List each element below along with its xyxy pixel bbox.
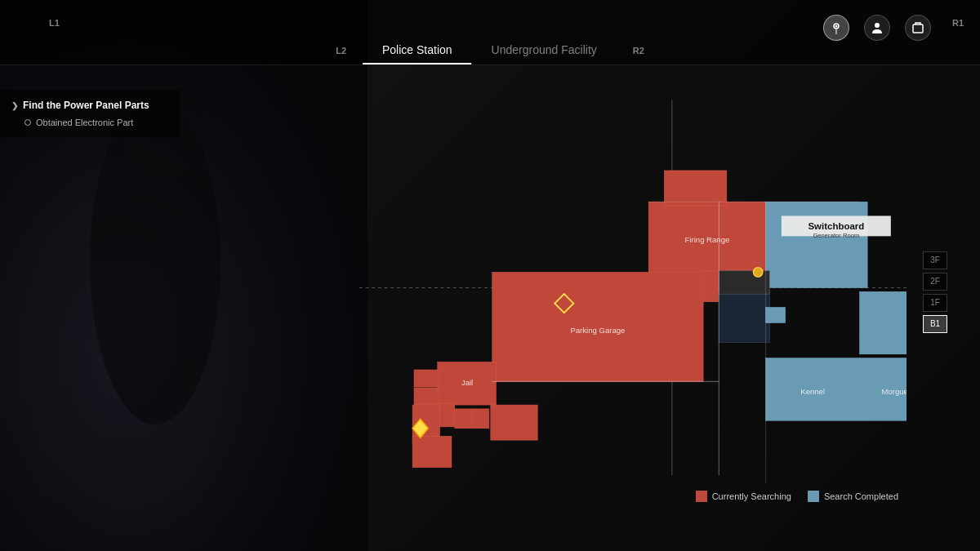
switchboard-room: [766, 202, 867, 287]
map-container: 3F 2F 1F B1 .red { fill: #c0483a; stroke…: [351, 73, 947, 510]
top-hud: L1 R1 L2 Police Station Undergroun: [0, 0, 980, 65]
l2-button[interactable]: L2: [336, 46, 346, 56]
kennel-label: Kennel: [800, 387, 825, 396]
svg-rect-14: [412, 436, 452, 467]
morgue-label: Morgue: [881, 387, 906, 396]
floor-b1-button[interactable]: B1: [923, 315, 947, 333]
svg-rect-12: [455, 409, 472, 429]
svg-rect-9: [414, 370, 439, 387]
firing-range-ext: [664, 171, 727, 206]
hud-icon-group: [823, 15, 931, 41]
legend-currently-searching: Currently Searching: [696, 491, 791, 502]
parking-garage-label: Parking Garage: [570, 326, 625, 335]
legend-currently-searching-label: Currently Searching: [712, 491, 791, 501]
svg-rect-13: [472, 409, 489, 429]
item-point-icon: [753, 268, 762, 277]
svg-point-5: [875, 23, 880, 28]
legend-red-color: [696, 491, 707, 502]
objective-sub-item: Obtained Electronic Part: [11, 118, 168, 127]
svg-rect-10: [414, 388, 439, 405]
objectives-panel: Find the Power Panel Parts Obtained Elec…: [0, 90, 180, 137]
map-icon-button[interactable]: [823, 15, 849, 41]
objective-sub-text: Obtained Electronic Part: [36, 118, 133, 127]
inventory-icon-button[interactable]: [905, 15, 931, 41]
tab-police-station[interactable]: Police Station: [363, 37, 472, 64]
legend-search-completed: Search Completed: [808, 491, 898, 502]
floor-1f-button[interactable]: 1F: [923, 294, 947, 312]
player-icon-button[interactable]: [864, 15, 890, 41]
objective-circle-icon: [24, 119, 31, 126]
generator-subtext: Generator Room: [813, 232, 859, 239]
map-legend: Currently Searching Search Completed: [696, 491, 898, 502]
jail-label: Jail: [461, 378, 473, 387]
legend-blue-color: [808, 491, 819, 502]
objective-main-text: Find the Power Panel Parts: [11, 100, 168, 111]
map-drawing-area: .red { fill: #c0483a; stroke: #e05545; s…: [359, 82, 906, 494]
svg-rect-15: [766, 307, 786, 322]
r2-button[interactable]: R2: [633, 46, 644, 56]
floor-level-selector: 3F 2F 1F B1: [923, 251, 947, 333]
floor-3f-button[interactable]: 3F: [923, 251, 947, 269]
firing-range-label: Firing Range: [685, 235, 730, 244]
tab-underground-facility[interactable]: Underground Facility: [472, 37, 617, 64]
connector-room-1: [703, 270, 720, 301]
switchboard-text: Switchboard: [808, 221, 864, 231]
svg-rect-6: [913, 24, 923, 33]
upper-right-blue: [860, 291, 906, 354]
floor-2f-button[interactable]: 2F: [923, 273, 947, 291]
hallway-center: [719, 291, 769, 342]
map-tabs: L2 Police Station Underground Facility R…: [336, 37, 644, 64]
legend-search-completed-label: Search Completed: [824, 491, 898, 501]
svg-rect-11: [438, 403, 455, 427]
r1-button[interactable]: R1: [952, 18, 964, 28]
small-red-room: [491, 405, 537, 440]
svg-point-4: [835, 25, 838, 28]
l1-button[interactable]: L1: [49, 18, 60, 28]
